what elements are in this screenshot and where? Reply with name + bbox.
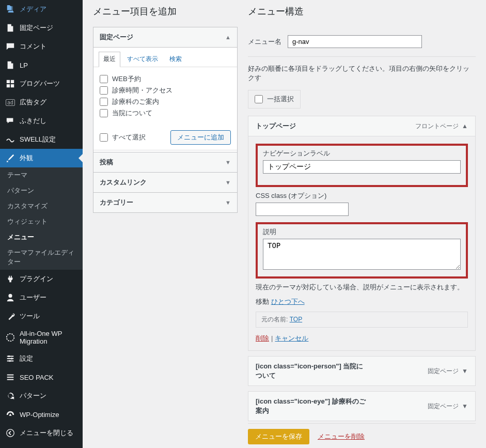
sidebar-item-aio[interactable]: All-in-One WP Migration <box>0 326 83 349</box>
sidebar-item-label: All-in-One WP Migration <box>20 330 77 345</box>
sidebar-item-label: ブログパーツ <box>20 79 60 88</box>
sidebar-item-appearance[interactable]: 外観 <box>0 149 83 167</box>
sidebar-sub-item[interactable]: メニュー <box>0 229 83 245</box>
menu-item-top-body: ナビゲーションラベル CSS class (オプション) 説明 現在のテーマが対… <box>248 136 476 351</box>
sidebar-item-label: ふきだし <box>20 116 46 126</box>
add-to-menu-button[interactable]: メニューに追加 <box>170 130 231 145</box>
sidebar-item-label: メニューを閉じる <box>20 428 73 438</box>
sidebar-item-label: 広告タグ <box>20 98 46 107</box>
sidebar-item-label: SEO PACK <box>20 374 54 381</box>
sidebar-item-label: コメント <box>20 42 46 51</box>
theme-note: 現在のテーマが対応している場合、説明がメニューに表示されます。 <box>256 283 468 292</box>
ad-icon: ad <box>5 97 15 107</box>
list-icon <box>5 372 15 382</box>
brush-icon <box>5 153 15 163</box>
chevron-up-icon: ▲ <box>462 122 468 130</box>
wrench-icon <box>5 311 15 321</box>
nav-label-input[interactable] <box>263 160 461 174</box>
sidebar-item-media[interactable]: メディア <box>0 0 83 19</box>
sidebar-item-pattern2[interactable]: パターン <box>0 387 83 405</box>
menu-item-about-header[interactable]: [icon class="icon-person"] 当院について 固定ページ▼ <box>248 356 476 386</box>
bulk-select[interactable]: 一括選択 <box>248 90 301 109</box>
swell-icon <box>5 134 15 145</box>
select-all[interactable]: すべて選択 <box>100 132 146 143</box>
sidebar-item-label: SWELL設定 <box>20 135 56 144</box>
sidebar-sub-item[interactable]: カスタマイズ <box>0 198 83 214</box>
accordion-posts[interactable]: 投稿▼ <box>93 152 237 173</box>
sidebar-item-label: 固定ページ <box>20 23 53 33</box>
nav-label-label: ナビゲーションラベル <box>263 149 461 158</box>
sidebar-item-label: パターン <box>20 391 46 400</box>
gauge-icon <box>5 409 15 420</box>
sidebar-item-blogparts[interactable]: ブログパーツ <box>0 74 83 93</box>
aio-icon <box>5 332 15 343</box>
sidebar-item-wpopt[interactable]: WP-Optimize <box>0 405 83 424</box>
structure-heading: メニュー構造 <box>248 5 476 18</box>
sidebar-sub-item[interactable]: ウィジェット <box>0 214 83 229</box>
menu-name-label: メニュー名 <box>248 37 281 47</box>
sidebar-item-label: 設定 <box>20 354 33 363</box>
page-checkbox-row[interactable]: 診療時間・アクセス <box>100 85 231 96</box>
move-down-link[interactable]: ひとつ下へ <box>271 298 305 305</box>
save-menu-button[interactable]: メニューを保存 <box>248 429 309 444</box>
grid-icon <box>5 79 15 89</box>
accordion-custom-link[interactable]: カスタムリンク▼ <box>93 173 237 193</box>
page-checkbox-row[interactable]: WEB予約 <box>100 73 231 85</box>
drag-hint: 好みの順番に各項目をドラッグしてください。項目の右側の矢印をクリックす <box>248 57 476 90</box>
page-checkbox-row[interactable]: 当院について <box>100 107 231 119</box>
menu-name-input[interactable] <box>288 35 422 48</box>
chevron-down-icon: ▼ <box>462 403 468 410</box>
chevron-down-icon: ▼ <box>225 159 231 165</box>
sidebar-item-swell[interactable]: SWELL設定 <box>0 130 83 149</box>
accordion-category[interactable]: カテゴリー▼ <box>93 193 237 212</box>
accordion-pages[interactable]: 固定ページ▲ <box>93 27 237 48</box>
add-items-heading: メニュー項目を追加 <box>93 5 238 18</box>
sidebar-item-comments[interactable]: コメント <box>0 37 83 56</box>
sidebar-item-fukidashi[interactable]: ふきだし <box>0 112 83 130</box>
highlight-description: 説明 <box>256 222 468 279</box>
tab-all[interactable]: すべて表示 <box>122 52 163 67</box>
sidebar-item-lp[interactable]: LP <box>0 56 83 74</box>
collapse-icon <box>5 428 15 438</box>
media-icon <box>5 4 15 14</box>
sidebar-item-label: ユーザー <box>20 293 46 302</box>
sidebar-item-label: メディア <box>20 5 46 14</box>
page-icon <box>5 60 15 70</box>
svg-point-1 <box>8 356 10 358</box>
chevron-down-icon: ▼ <box>225 199 231 206</box>
sidebar-item-settings[interactable]: 設定 <box>0 349 83 368</box>
sidebar-item-collapse[interactable]: メニューを閉じる <box>0 424 83 442</box>
comment-icon <box>5 41 15 52</box>
sidebar-sub-item[interactable]: テーマ <box>0 167 83 183</box>
sidebar-item-adtag[interactable]: ad広告タグ <box>0 93 83 112</box>
sidebar-item-seopack[interactable]: SEO PACK <box>0 368 83 387</box>
sidebar-item-label: プラグイン <box>20 274 53 284</box>
highlight-nav-label: ナビゲーションラベル <box>256 144 468 187</box>
cancel-item-link[interactable]: キャンセル <box>275 334 308 342</box>
page-icon <box>5 23 15 33</box>
menu-item-top-header[interactable]: トップページ フロントページ▲ <box>248 116 476 136</box>
speech-icon <box>5 116 15 126</box>
tab-recent[interactable]: 最近 <box>99 52 120 67</box>
tab-search[interactable]: 検索 <box>165 52 186 67</box>
menu-item-dept-header[interactable]: [icon class="icon-eye"] 診療科のご案内 固定ページ▼ <box>248 391 476 421</box>
sidebar-item-label: ツール <box>20 312 40 321</box>
css-class-label: CSS class (オプション) <box>256 191 468 200</box>
delete-menu-link[interactable]: メニューを削除 <box>318 432 365 441</box>
sidebar-sub-item[interactable]: テーマファイルエディター <box>0 245 83 270</box>
refresh-icon <box>5 391 15 401</box>
original-label: 元の名前: <box>261 316 288 323</box>
sidebar-item-label: WP-Optimize <box>20 411 59 419</box>
sidebar-item-tools[interactable]: ツール <box>0 307 83 326</box>
sidebar-sub-item[interactable]: パターン <box>0 183 83 198</box>
chevron-down-icon: ▼ <box>462 367 468 375</box>
page-checkbox-row[interactable]: 診療科のご案内 <box>100 96 231 107</box>
sidebar-item-plugins[interactable]: プラグイン <box>0 270 83 288</box>
original-link[interactable]: TOP <box>290 316 302 323</box>
css-class-input[interactable] <box>256 203 349 216</box>
delete-item-link[interactable]: 削除 <box>256 334 269 342</box>
plug-icon <box>5 274 15 284</box>
sidebar-item-pages[interactable]: 固定ページ <box>0 19 83 37</box>
description-input[interactable] <box>263 239 461 270</box>
sidebar-item-users[interactable]: ユーザー <box>0 288 83 307</box>
